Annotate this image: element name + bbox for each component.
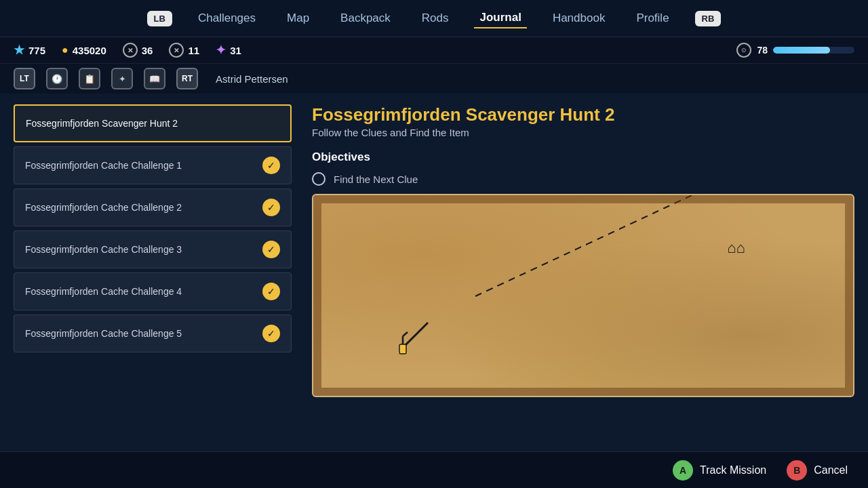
a-button[interactable]: A (673, 460, 693, 481)
tab-star-missions[interactable]: ✦ (111, 68, 133, 89)
nav-profile[interactable]: Profile (631, 9, 674, 28)
star-icon: ★ (14, 43, 24, 58)
objective-text: Find the Next Clue (334, 174, 418, 185)
mission-label-4: Fossegrimfjorden Cache Challenge 3 (25, 244, 182, 255)
mission-detail: Fossegrimfjorden Scavenger Hunt 2 Follow… (298, 104, 854, 455)
objective-circle (312, 172, 326, 186)
xp-bar (773, 47, 854, 54)
mission-title: Fossegrimfjorden Scavenger Hunt 2 (312, 104, 854, 125)
gold-icon: ● (62, 44, 68, 56)
mission-item-1[interactable]: Fossegrimfjorden Scavenger Hunt 2 (14, 104, 292, 142)
mission-subtitle: Follow the Clues and Find the Item (312, 127, 854, 138)
rt-button[interactable]: RT (176, 68, 198, 89)
xp-icon: ⊙ (736, 43, 751, 58)
stat1-icon: ✕ (123, 43, 138, 58)
nav-rods[interactable]: Rods (416, 9, 454, 28)
stat2-icon: ✕ (169, 43, 184, 58)
mission-item-2[interactable]: Fossegrimfjorden Cache Challenge 1 ✓ (14, 146, 292, 184)
lt-button[interactable]: LT (14, 68, 35, 89)
tab-clock[interactable]: 🕐 (46, 68, 68, 89)
mission-label-6: Fossegrimfjorden Cache Challenge 5 (25, 328, 182, 339)
track-mission-action[interactable]: A Track Mission (673, 460, 766, 481)
map-line (475, 194, 745, 297)
player-bar: LT 🕐 📋 ✦ 📖 RT Astrid Pettersen (0, 64, 868, 94)
svg-line-4 (403, 332, 408, 336)
check-icon-5: ✓ (262, 283, 280, 300)
lb-bumper[interactable]: LB (147, 11, 172, 26)
stat3: ✦ 31 (216, 43, 241, 58)
track-mission-label: Track Mission (700, 464, 766, 476)
mission-item-4[interactable]: Fossegrimfjorden Cache Challenge 3 ✓ (14, 230, 292, 268)
nav-handbook[interactable]: Handbook (547, 9, 611, 28)
gold-stat: ● 435020 (62, 44, 106, 56)
b-button[interactable]: B (787, 460, 807, 481)
xp-value: 78 (757, 45, 768, 56)
stat1-value: 36 (142, 45, 153, 56)
objectives-label: Objectives (312, 150, 854, 164)
stat3-value: 31 (230, 45, 241, 56)
nav-journal[interactable]: Journal (474, 8, 526, 28)
map-shovel-icon (394, 316, 435, 360)
check-icon-3: ✓ (262, 199, 280, 216)
stat2: ✕ 11 (169, 43, 199, 58)
check-icon-6: ✓ (262, 325, 280, 342)
top-navigation: LB Challenges Map Backpack Rods Journal … (0, 0, 868, 37)
gold-value: 435020 (73, 45, 106, 56)
nav-map[interactable]: Map (281, 9, 315, 28)
player-name: Astrid Pettersen (216, 73, 288, 85)
stars-stat: ★ 775 (14, 43, 45, 58)
stars-value: 775 (28, 45, 45, 56)
stat3-icon: ✦ (216, 43, 226, 58)
rb-bumper[interactable]: RB (695, 11, 722, 26)
check-icon-2: ✓ (262, 157, 280, 174)
svg-rect-2 (399, 344, 406, 354)
cancel-label: Cancel (814, 464, 848, 476)
map-house-icon: ⌂⌂ (727, 239, 745, 257)
tab-missions[interactable]: 📋 (79, 68, 100, 89)
cancel-action[interactable]: B Cancel (787, 460, 848, 481)
mission-label-5: Fossegrimfjorden Cache Challenge 4 (25, 286, 182, 297)
nav-challenges[interactable]: Challenges (193, 9, 261, 28)
mission-item-3[interactable]: Fossegrimfjorden Cache Challenge 2 ✓ (14, 188, 292, 226)
xp-fill (773, 47, 830, 54)
bottom-bar: A Track Mission B Cancel (0, 451, 868, 488)
mission-label-1: Fossegrimfjorden Scavenger Hunt 2 (26, 118, 178, 129)
mission-list: Fossegrimfjorden Scavenger Hunt 2 Fosseg… (14, 104, 298, 455)
stat1: ✕ 36 (123, 43, 153, 58)
mission-label-3: Fossegrimfjorden Cache Challenge 2 (25, 202, 182, 213)
xp-bar-container: ⊙ 78 (736, 43, 854, 58)
mission-label-2: Fossegrimfjorden Cache Challenge 1 (25, 160, 182, 171)
mission-item-6[interactable]: Fossegrimfjorden Cache Challenge 5 ✓ (14, 314, 292, 352)
stat2-value: 11 (188, 45, 199, 56)
map-inner: ⌂⌂ (313, 195, 853, 396)
nav-backpack[interactable]: Backpack (335, 9, 396, 28)
main-content: Fossegrimfjorden Scavenger Hunt 2 Fosseg… (0, 94, 868, 466)
mission-map: ⌂⌂ (312, 194, 854, 397)
tab-log[interactable]: 📖 (144, 68, 165, 89)
stats-bar: ★ 775 ● 435020 ✕ 36 ✕ 11 ✦ 31 ⊙ 78 (0, 37, 868, 64)
objective-item-1: Find the Next Clue (312, 172, 854, 186)
check-icon-4: ✓ (262, 241, 280, 258)
mission-item-5[interactable]: Fossegrimfjorden Cache Challenge 4 ✓ (14, 272, 292, 310)
